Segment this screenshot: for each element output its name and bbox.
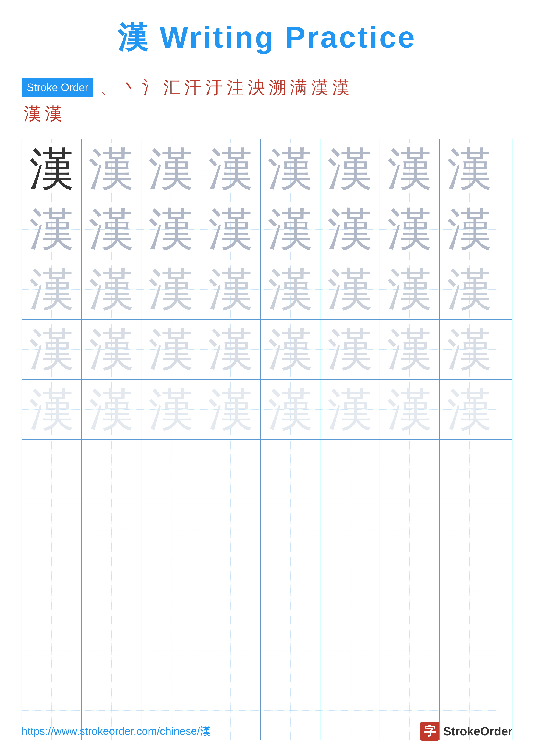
grid-cell-5-8[interactable]: 漢 xyxy=(440,380,499,440)
grid-cell-7-2[interactable] xyxy=(82,500,141,560)
grid-cell-6-8[interactable] xyxy=(440,440,499,500)
footer-url[interactable]: https://www.strokeorder.com/chinese/漢 xyxy=(21,724,211,739)
grid-cell-9-1[interactable] xyxy=(22,620,82,680)
grid-cell-8-4[interactable] xyxy=(201,560,261,620)
grid-cell-6-7[interactable] xyxy=(380,440,440,500)
grid-cell-8-8[interactable] xyxy=(440,560,499,620)
grid-cell-4-8[interactable]: 漢 xyxy=(440,320,499,379)
grid-cell-2-6[interactable]: 漢 xyxy=(320,199,380,259)
grid-cell-2-4[interactable]: 漢 xyxy=(201,199,261,259)
grid-cell-1-8[interactable]: 漢 xyxy=(440,139,499,199)
practice-char: 漢 xyxy=(387,147,432,192)
grid-cell-7-4[interactable] xyxy=(201,500,261,560)
practice-char: 漢 xyxy=(327,207,373,252)
practice-char: 漢 xyxy=(447,147,492,192)
grid-cell-8-1[interactable] xyxy=(22,560,82,620)
grid-cell-4-5[interactable]: 漢 xyxy=(261,320,320,379)
practice-char: 漢 xyxy=(29,387,74,432)
grid-cell-7-3[interactable] xyxy=(141,500,201,560)
grid-cell-9-7[interactable] xyxy=(380,620,440,680)
grid-cell-2-7[interactable]: 漢 xyxy=(380,199,440,259)
grid-cell-1-7[interactable]: 漢 xyxy=(380,139,440,199)
stroke-char-12: 漢 xyxy=(332,75,349,99)
grid-cell-2-8[interactable]: 漢 xyxy=(440,199,499,259)
practice-grid: 漢 漢 漢 漢 漢 漢 漢 漢 漢 漢 漢 漢 漢 漢 漢 漢 漢 漢 漢 漢 … xyxy=(21,139,513,741)
grid-cell-3-1[interactable]: 漢 xyxy=(22,259,82,319)
stroke-char-4: 汇 xyxy=(163,75,181,99)
stroke-order-row2: 漢 漢 xyxy=(24,102,513,126)
grid-cell-7-1[interactable] xyxy=(22,500,82,560)
stroke-char-13: 漢 xyxy=(24,102,41,126)
grid-cell-1-6[interactable]: 漢 xyxy=(320,139,380,199)
grid-cell-9-2[interactable] xyxy=(82,620,141,680)
grid-cell-3-5[interactable]: 漢 xyxy=(261,259,320,319)
grid-cell-8-7[interactable] xyxy=(380,560,440,620)
grid-cell-6-3[interactable] xyxy=(141,440,201,500)
stroke-char-2: 丶 xyxy=(121,75,138,99)
grid-cell-3-3[interactable]: 漢 xyxy=(141,259,201,319)
grid-cell-2-3[interactable]: 漢 xyxy=(141,199,201,259)
stroke-char-14: 漢 xyxy=(45,102,62,126)
practice-char: 漢 xyxy=(148,207,194,252)
practice-char: 漢 xyxy=(29,267,74,312)
grid-cell-5-3[interactable]: 漢 xyxy=(141,380,201,440)
grid-cell-3-2[interactable]: 漢 xyxy=(82,259,141,319)
grid-cell-5-2[interactable]: 漢 xyxy=(82,380,141,440)
grid-cell-6-6[interactable] xyxy=(320,440,380,500)
grid-cell-4-3[interactable]: 漢 xyxy=(141,320,201,379)
grid-cell-9-4[interactable] xyxy=(201,620,261,680)
grid-cell-1-5[interactable]: 漢 xyxy=(261,139,320,199)
grid-cell-6-5[interactable] xyxy=(261,440,320,500)
practice-char: 漢 xyxy=(387,207,432,252)
grid-cell-6-1[interactable] xyxy=(22,440,82,500)
grid-cell-8-6[interactable] xyxy=(320,560,380,620)
grid-cell-5-1[interactable]: 漢 xyxy=(22,380,82,440)
grid-cell-3-7[interactable]: 漢 xyxy=(380,259,440,319)
stroke-char-1: 、 xyxy=(100,75,117,99)
grid-cell-4-4[interactable]: 漢 xyxy=(201,320,261,379)
practice-char: 漢 xyxy=(29,207,74,252)
grid-cell-9-5[interactable] xyxy=(261,620,320,680)
grid-cell-8-3[interactable] xyxy=(141,560,201,620)
practice-char: 漢 xyxy=(447,327,492,372)
practice-char: 漢 xyxy=(208,147,253,192)
grid-cell-7-7[interactable] xyxy=(380,500,440,560)
stroke-char-11: 漢 xyxy=(311,75,328,99)
grid-cell-6-2[interactable] xyxy=(82,440,141,500)
grid-cell-5-5[interactable]: 漢 xyxy=(261,380,320,440)
grid-cell-8-5[interactable] xyxy=(261,560,320,620)
grid-cell-7-8[interactable] xyxy=(440,500,499,560)
stroke-char-10: 满 xyxy=(290,75,307,99)
grid-cell-6-4[interactable] xyxy=(201,440,261,500)
title-english: Writing Practice xyxy=(160,20,416,54)
grid-cell-2-1[interactable]: 漢 xyxy=(22,199,82,259)
practice-char: 漢 xyxy=(89,327,134,372)
grid-cell-8-2[interactable] xyxy=(82,560,141,620)
grid-cell-1-1[interactable]: 漢 xyxy=(22,139,82,199)
grid-cell-2-2[interactable]: 漢 xyxy=(82,199,141,259)
grid-cell-4-2[interactable]: 漢 xyxy=(82,320,141,379)
grid-cell-4-6[interactable]: 漢 xyxy=(320,320,380,379)
title-section: 漢 Writing Practice xyxy=(21,17,513,58)
grid-cell-1-3[interactable]: 漢 xyxy=(141,139,201,199)
practice-char: 漢 xyxy=(268,267,313,312)
grid-cell-3-4[interactable]: 漢 xyxy=(201,259,261,319)
grid-cell-7-6[interactable] xyxy=(320,500,380,560)
practice-char: 漢 xyxy=(447,387,492,432)
grid-cell-3-6[interactable]: 漢 xyxy=(320,259,380,319)
practice-char: 漢 xyxy=(327,267,373,312)
grid-cell-7-5[interactable] xyxy=(261,500,320,560)
grid-cell-1-2[interactable]: 漢 xyxy=(82,139,141,199)
grid-cell-4-7[interactable]: 漢 xyxy=(380,320,440,379)
grid-cell-5-7[interactable]: 漢 xyxy=(380,380,440,440)
grid-cell-5-6[interactable]: 漢 xyxy=(320,380,380,440)
grid-cell-3-8[interactable]: 漢 xyxy=(440,259,499,319)
grid-cell-2-5[interactable]: 漢 xyxy=(261,199,320,259)
practice-char: 漢 xyxy=(387,327,432,372)
grid-cell-1-4[interactable]: 漢 xyxy=(201,139,261,199)
grid-cell-9-8[interactable] xyxy=(440,620,499,680)
grid-cell-9-3[interactable] xyxy=(141,620,201,680)
grid-cell-5-4[interactable]: 漢 xyxy=(201,380,261,440)
grid-cell-9-6[interactable] xyxy=(320,620,380,680)
grid-cell-4-1[interactable]: 漢 xyxy=(22,320,82,379)
